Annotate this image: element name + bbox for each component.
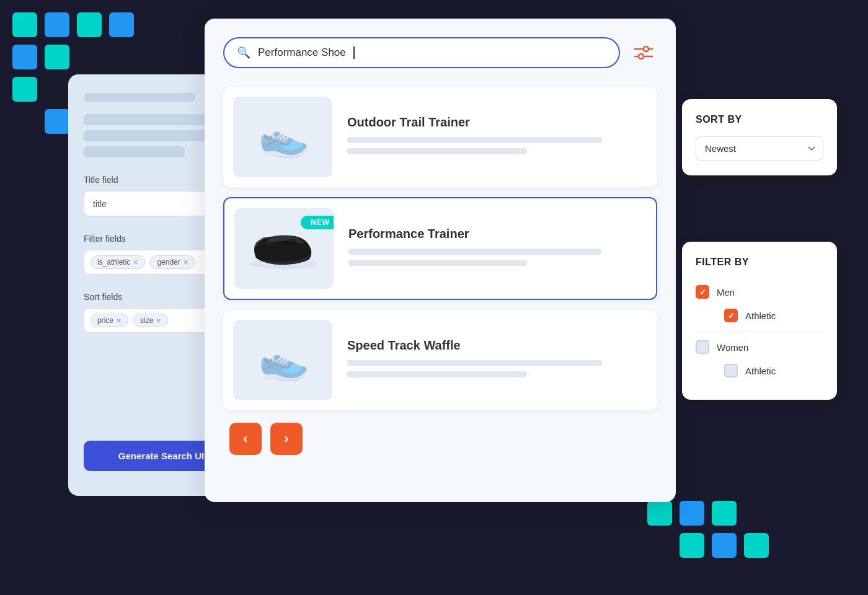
dot <box>45 109 69 134</box>
filter-group-women: Women Athletic <box>696 335 823 382</box>
dot <box>12 12 37 37</box>
filter-item-men[interactable]: ✓ Men <box>696 280 823 304</box>
sort-tag-price[interactable]: price ✕ <box>91 314 128 327</box>
product-desc-placeholder <box>347 371 527 377</box>
filter-panel-title: FILTER BY <box>696 257 823 268</box>
dot <box>647 501 672 526</box>
tag-remove-icon[interactable]: ✕ <box>116 317 122 325</box>
filter-tag-gender[interactable]: gender ✕ <box>150 255 195 269</box>
dot <box>744 533 769 558</box>
tag-remove-icon[interactable]: ✕ <box>156 317 161 325</box>
product-desc-placeholder <box>347 360 602 366</box>
filter-label-women: Women <box>717 342 748 353</box>
next-page-button[interactable]: › <box>270 423 303 455</box>
dot <box>680 501 704 526</box>
filter-icon-button[interactable] <box>630 39 657 66</box>
product-desc-placeholder <box>348 260 527 266</box>
filter-divider <box>696 331 823 332</box>
dark-shoe-svg <box>244 224 324 273</box>
filter-label-women-athletic: Athletic <box>745 366 776 376</box>
product-info-speed: Speed Track Waffle <box>347 338 647 382</box>
filter-tag-athletic[interactable]: is_athletic ✕ <box>91 255 145 269</box>
tag-remove-icon[interactable]: ✕ <box>133 258 138 267</box>
new-badge: NEW <box>301 216 334 229</box>
product-name-performance: Performance Trainer <box>348 227 646 241</box>
filter-checkbox-women-athletic[interactable] <box>724 364 738 377</box>
tag-label: gender <box>157 258 180 267</box>
product-card-outdoor[interactable]: 👟 Outdoor Trail Trainer <box>223 87 657 187</box>
dot <box>12 77 37 102</box>
dot <box>12 45 37 69</box>
checkmark-icon: ✓ <box>699 288 706 297</box>
dot <box>77 45 102 69</box>
product-image-outdoor: 👟 <box>233 97 332 177</box>
search-bar-row: 🔍 Performance Shoe <box>223 37 657 68</box>
product-info-outdoor: Outdoor Trail Trainer <box>347 115 647 159</box>
search-cursor <box>353 46 355 59</box>
dot <box>744 501 769 526</box>
product-desc-placeholder <box>347 148 527 154</box>
product-card-performance[interactable]: NEW Performance Trainer <box>223 197 657 300</box>
sort-panel: SORT BY Newest Price: Low to High Price:… <box>682 99 837 175</box>
tag-remove-icon[interactable]: ✕ <box>183 258 188 267</box>
placeholder-line <box>84 146 185 157</box>
dot-grid-br <box>647 501 769 558</box>
filter-label-men: Men <box>717 287 735 298</box>
placeholder-line <box>84 114 223 125</box>
product-name-speed: Speed Track Waffle <box>347 338 647 353</box>
filter-panel: FILTER BY ✓ Men ✓ Athletic Women Athleti… <box>682 242 837 400</box>
svg-point-1 <box>644 46 649 51</box>
product-card-speed[interactable]: 👟 Speed Track Waffle <box>223 310 657 410</box>
product-desc-placeholder <box>348 249 601 255</box>
dot <box>712 501 737 526</box>
filter-item-men-athletic[interactable]: ✓ Athletic <box>696 304 823 327</box>
shoe-image-light: 👟 <box>254 333 312 388</box>
dot <box>45 45 69 69</box>
shoe-image-light: 👟 <box>254 110 312 165</box>
pagination-row: ‹ › <box>223 423 657 455</box>
product-name-outdoor: Outdoor Trail Trainer <box>347 115 647 130</box>
sort-panel-title: SORT BY <box>696 114 823 125</box>
filter-checkbox-men-athletic[interactable]: ✓ <box>724 309 738 322</box>
search-results-panel: 🔍 Performance Shoe 👟 Outdoor Trail Train… <box>205 19 676 502</box>
filter-label-men-athletic: Athletic <box>745 311 776 321</box>
filter-group-men: ✓ Men ✓ Athletic <box>696 280 823 327</box>
tag-label: is_athletic <box>97 258 130 267</box>
dot <box>12 109 37 134</box>
dot <box>109 12 134 37</box>
dot <box>712 533 737 558</box>
dot <box>647 533 672 558</box>
product-image-performance: NEW <box>234 208 334 289</box>
filter-item-women[interactable]: Women <box>696 335 823 359</box>
product-info-performance: Performance Trainer <box>348 227 646 271</box>
dot <box>45 77 69 102</box>
checkmark-icon: ✓ <box>728 311 735 320</box>
dot <box>680 533 704 558</box>
svg-point-3 <box>639 54 644 59</box>
filter-checkbox-men[interactable]: ✓ <box>696 285 709 299</box>
sort-select-dropdown[interactable]: Newest Price: Low to High Price: High to… <box>696 136 823 161</box>
config-header-placeholder <box>84 93 195 102</box>
dot <box>109 45 134 69</box>
product-image-speed: 👟 <box>233 320 332 400</box>
search-icon: 🔍 <box>237 46 250 60</box>
search-input-value: Performance Shoe <box>258 46 346 59</box>
filter-checkbox-women[interactable] <box>696 340 709 354</box>
tag-label: price <box>97 316 113 325</box>
sort-tag-size[interactable]: size ✕ <box>133 314 168 327</box>
filter-item-women-athletic[interactable]: Athletic <box>696 359 823 382</box>
tag-label: size <box>140 316 153 325</box>
prev-page-button[interactable]: ‹ <box>229 423 262 455</box>
title-field-value: title <box>93 199 107 209</box>
dot <box>77 12 102 37</box>
placeholder-line <box>84 130 208 141</box>
search-bar[interactable]: 🔍 Performance Shoe <box>223 37 620 68</box>
product-desc-placeholder <box>347 137 602 143</box>
filter-sliders-icon <box>634 44 653 61</box>
dot <box>45 12 69 37</box>
